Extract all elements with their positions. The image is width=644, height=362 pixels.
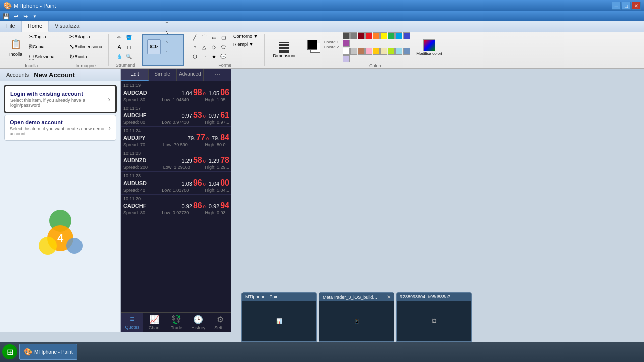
color-swatch[interactable]	[373, 32, 380, 39]
color-swatch[interactable]	[343, 32, 350, 39]
ellipse-tool[interactable]: ○	[190, 42, 199, 51]
quote-time: 10:11:23	[123, 173, 141, 178]
color-swatch[interactable]	[350, 48, 357, 55]
pencil-tool[interactable]: ✏	[115, 33, 124, 42]
tab-advanced[interactable]: Advanced	[177, 69, 204, 81]
quote-row[interactable]: 10:11:17 AUDCHF 0.97530 0.9761 Spread: 8…	[121, 104, 231, 127]
pentagon-tool[interactable]: ⬠	[219, 42, 228, 51]
color-swatch[interactable]	[343, 55, 350, 62]
paste-button[interactable]: 📋 Incolla	[6, 36, 25, 58]
quote-row[interactable]: 10:11:20 CADCHF 0.92860 0.9294 Spread: 8…	[121, 195, 231, 217]
color-swatch[interactable]	[403, 48, 410, 55]
brush-button[interactable]: ✏	[147, 39, 161, 54]
copy-button[interactable]: ⎘ Copia	[27, 42, 57, 51]
bezier-tool[interactable]: ⌒	[200, 33, 209, 42]
taskbar-preview-2[interactable]: MetaTrader_3_iOS_build_... ✕ 📱	[319, 292, 394, 342]
nav-settings[interactable]: ⚙ Sett...	[209, 313, 231, 332]
select-button[interactable]: ⬚ Seleziona	[27, 52, 57, 61]
color-boxes: Colore 1 Colore 2	[307, 40, 339, 55]
tab-more[interactable]: ⋯	[204, 69, 231, 81]
text-tool[interactable]: A	[115, 42, 124, 51]
quote-row[interactable]: 10:11:23 AUDNZD 1.29580 1.2978 Spread: 2…	[121, 149, 231, 172]
history-nav-icon: 🕒	[193, 315, 203, 324]
cut-button[interactable]: ✂ Taglia	[27, 32, 57, 41]
color-swatch[interactable]	[395, 32, 403, 39]
taskbar-preview-2-close[interactable]: ✕	[387, 294, 391, 300]
taskbar-paint-btn[interactable]: 🎨 MTIphone - Paint	[19, 344, 77, 360]
crop-button[interactable]: ✂ Ritaglia	[67, 32, 105, 41]
rotate-button[interactable]: ↻ Ruota	[67, 52, 105, 61]
star-tool[interactable]: ★	[209, 52, 218, 61]
open-demo-option[interactable]: Open demo account Select this item, if y…	[4, 115, 116, 141]
taskbar-preview-1[interactable]: MTIphone - Paint 📊	[242, 292, 317, 342]
color-swatch[interactable]	[350, 32, 357, 39]
color-swatch[interactable]	[380, 32, 387, 39]
nav-quotes[interactable]: ≡ Quotes	[121, 313, 143, 332]
quote-row[interactable]: 10:11:24 AUDJPY 79.770 79.84 Spread: 70 …	[121, 127, 231, 149]
login-existing-desc: Select this item, if you already have a …	[10, 98, 105, 108]
quote-row[interactable]: 10:11:19 AUDCAD 1.04980 1.0506 Spread: 8…	[121, 81, 231, 104]
brush-type-1[interactable]: ━	[162, 19, 171, 28]
quote-row[interactable]: 10:11:23 AUDUSD 1.03960 1.0400 Spread: 4…	[121, 172, 231, 195]
quote-time: 10:11:24	[123, 128, 141, 133]
line-tool[interactable]: ╱	[190, 33, 199, 42]
save-button[interactable]: 💾	[2, 12, 10, 20]
callout-tool[interactable]: 💬	[219, 52, 228, 61]
picker-tool[interactable]: 💧	[115, 52, 124, 61]
brush-type-3[interactable]: ∿	[162, 38, 171, 47]
close-button[interactable]: ✕	[632, 2, 641, 10]
tab-home[interactable]: Home	[22, 21, 49, 32]
tab-file[interactable]: File	[0, 21, 22, 32]
color-swatch[interactable]	[373, 48, 380, 55]
undo-button[interactable]: ↩	[12, 12, 20, 20]
new-account-title: New Account	[34, 71, 75, 79]
color-swatch[interactable]	[365, 48, 372, 55]
hexagon-tool[interactable]: ⬡	[190, 52, 199, 61]
color-swatch[interactable]	[395, 48, 403, 55]
color2-label: Colore 2	[324, 45, 339, 49]
color-swatch[interactable]	[388, 32, 395, 39]
modify-color-button[interactable]: Modifica colori	[415, 38, 443, 57]
contorno-button[interactable]: Contorno ▼	[231, 33, 260, 40]
triangle-tool[interactable]: △	[200, 42, 209, 51]
diamond-tool[interactable]: ◇	[209, 42, 218, 51]
color-swatch[interactable]	[365, 32, 372, 39]
fill-tool[interactable]: 🪣	[124, 33, 133, 42]
color-swatch[interactable]	[343, 40, 350, 47]
eraser-tool[interactable]: ◻	[124, 42, 133, 51]
color-swatch[interactable]	[403, 32, 410, 39]
minimize-button[interactable]: ─	[612, 2, 621, 10]
resize-button[interactable]: ⤡ Ridimensiona	[67, 42, 105, 51]
size-button[interactable]: Dimensioni	[271, 41, 298, 60]
tab-edit[interactable]: Edit	[121, 69, 149, 81]
color-swatch[interactable]	[388, 48, 395, 55]
accounts-header: Accounts New Account	[0, 69, 120, 81]
brush-type-2[interactable]: ╲	[162, 28, 171, 37]
nav-chart[interactable]: 📈 Chart	[143, 313, 166, 332]
quote-time: 10:11:20	[123, 196, 141, 201]
ribbon: File Home Visualizza 📋 Incolla ✂ Taglia …	[0, 21, 644, 69]
quick-access-dropdown[interactable]: ▼	[31, 12, 39, 20]
taskbar-preview-3[interactable]: 9288993604_b95d885a7f_o - Pa... 🖼	[396, 292, 472, 342]
round-rect-tool[interactable]: ▢	[219, 33, 228, 42]
rect-tool[interactable]: ▭	[209, 33, 218, 42]
login-existing-option[interactable]: Login with existing account Select this …	[4, 85, 116, 113]
tab-visualizza[interactable]: Visualizza	[49, 21, 86, 32]
maximize-button[interactable]: □	[622, 2, 631, 10]
nav-trade[interactable]: 💱 Trade	[166, 313, 188, 332]
color-swatch[interactable]	[380, 48, 387, 55]
arrow-tool[interactable]: →	[200, 52, 209, 61]
nav-history[interactable]: 🕒 History	[187, 313, 209, 332]
color-swatch[interactable]	[358, 32, 365, 39]
color-swatch[interactable]	[358, 48, 365, 55]
accounts-tab[interactable]: Accounts	[4, 71, 31, 79]
color-swatch[interactable]	[343, 48, 350, 55]
start-button[interactable]: ⊞	[2, 344, 17, 359]
magnify-tool[interactable]: 🔍	[124, 52, 133, 61]
brush-type-5[interactable]: ⋯	[162, 57, 171, 66]
brush-type-4[interactable]: ·	[162, 47, 171, 56]
tab-simple[interactable]: Simple	[149, 69, 177, 81]
color1-box[interactable]	[307, 40, 317, 50]
riempi-button[interactable]: Riempi ▼	[231, 41, 260, 48]
redo-button[interactable]: ↪	[21, 12, 29, 20]
